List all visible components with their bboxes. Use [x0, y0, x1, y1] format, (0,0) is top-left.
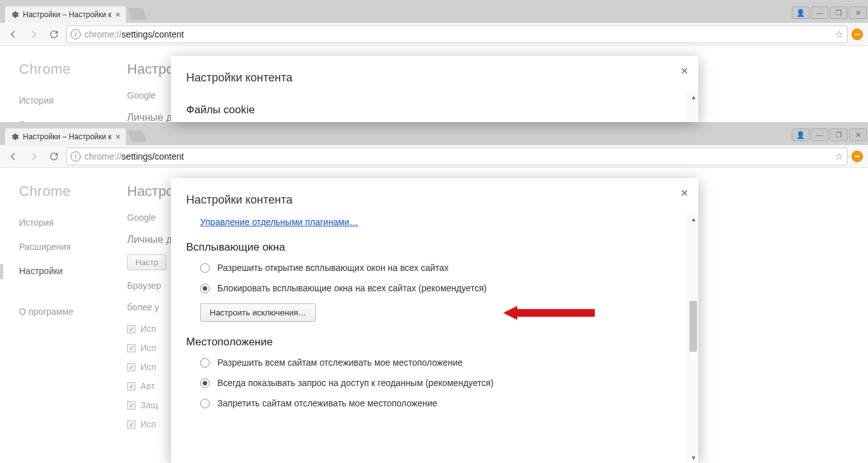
window-controls: 👤 — ❐ ✕: [792, 127, 868, 145]
minimize-button[interactable]: —: [811, 6, 829, 19]
reload-button[interactable]: [46, 148, 62, 165]
scroll-down-icon[interactable]: ▼: [688, 452, 699, 463]
popups-heading: Всплывающие окна: [186, 241, 673, 254]
cookies-heading: Файлы cookie: [186, 104, 673, 116]
location-allow-radio[interactable]: Разрешить всем сайтам отслеживать мое ме…: [200, 357, 673, 368]
radio-label: Всегда показывать запрос на доступ к гео…: [217, 378, 494, 388]
bookmark-star-icon[interactable]: ☆: [835, 151, 843, 162]
maximize-button[interactable]: ❐: [830, 128, 848, 141]
tab-title: Настройки – Настройки к: [23, 132, 112, 141]
popups-block-radio[interactable]: Блокировать всплывающие окна на всех сай…: [200, 283, 673, 293]
profile-button[interactable]: [851, 29, 863, 40]
checkbox-icon: ✓: [127, 325, 135, 333]
gear-icon: [10, 10, 19, 19]
url-text: chrome://settings/content: [85, 29, 184, 39]
bookmark-star-icon[interactable]: ☆: [835, 29, 843, 40]
chrome-logo: Chrome: [19, 61, 103, 78]
url-text: chrome://settings/content: [85, 151, 184, 162]
checkbox-icon: ✓: [127, 420, 135, 429]
content-settings-dialog: × Настройки контента Файлы cookie ▲: [171, 56, 698, 122]
gear-icon: [10, 132, 19, 141]
settings-sidebar: Chrome История Расширения Настройки О пр…: [0, 168, 114, 438]
sidebar-item-about[interactable]: О программе: [19, 307, 103, 317]
user-icon[interactable]: 👤: [792, 128, 810, 141]
location-heading: Местоположение: [186, 336, 673, 349]
back-button[interactable]: [5, 148, 22, 165]
sidebar-item-settings[interactable]: Настройки: [19, 266, 103, 276]
dialog-title: Настройки контента: [171, 56, 698, 85]
forward-button[interactable]: [25, 26, 42, 43]
reload-button[interactable]: [46, 26, 62, 43]
checkbox-icon: ✓: [127, 382, 135, 390]
site-info-icon[interactable]: i: [71, 29, 81, 39]
radio-label: Разрешить всем сайтам отслеживать мое ме…: [217, 357, 463, 368]
sidebar-item-extensions[interactable]: Расширения: [19, 242, 103, 252]
close-icon[interactable]: ×: [116, 132, 121, 141]
dialog-title: Настройки контента: [171, 178, 698, 207]
checkbox-icon: ✓: [127, 363, 135, 371]
address-bar[interactable]: i chrome://settings/content ☆: [66, 25, 848, 43]
tab-title: Настройки – Настройки к: [23, 10, 112, 19]
site-info-icon[interactable]: i: [71, 151, 81, 162]
radio-label: Блокировать всплывающие окна на всех сай…: [217, 283, 487, 293]
manage-plugins-link[interactable]: Управление отдельными плагинами…: [200, 217, 358, 227]
toolbar: i chrome://settings/content ☆: [0, 145, 868, 168]
dialog-scrollbar[interactable]: ▲ ▼: [688, 214, 698, 463]
minimize-button[interactable]: —: [811, 128, 829, 141]
radio-icon: [200, 263, 210, 273]
close-window-button[interactable]: ✕: [849, 128, 867, 141]
default-button[interactable]: Настр: [127, 254, 166, 270]
address-bar[interactable]: i chrome://settings/content ☆: [66, 148, 848, 165]
radio-icon: [200, 399, 210, 408]
scroll-thumb[interactable]: [689, 301, 697, 352]
sidebar-item-history[interactable]: История: [19, 218, 103, 228]
checkbox-icon: ✓: [127, 401, 135, 410]
popups-exceptions-button[interactable]: Настроить исключения…: [200, 303, 316, 322]
sidebar-item-history[interactable]: История: [19, 95, 103, 106]
radio-label: Запретить сайтам отслеживать мое местопо…: [217, 398, 437, 408]
window-controls: 👤 — ❐ ✕: [792, 5, 868, 23]
dialog-close-button[interactable]: ×: [681, 64, 688, 78]
back-button[interactable]: [5, 26, 22, 43]
close-window-button[interactable]: ✕: [849, 6, 867, 19]
scroll-up-icon[interactable]: ▲: [688, 214, 699, 225]
toolbar: i chrome://settings/content ☆: [0, 23, 868, 46]
new-tab-button[interactable]: [128, 8, 147, 20]
user-icon[interactable]: 👤: [792, 6, 810, 19]
maximize-button[interactable]: ❐: [830, 6, 848, 19]
profile-button[interactable]: [851, 151, 863, 162]
content-settings-dialog: × Настройки контента Управление отдельны…: [171, 178, 698, 463]
radio-icon: [200, 378, 210, 388]
new-tab-button[interactable]: [128, 130, 147, 142]
scroll-up-icon[interactable]: ▲: [688, 92, 699, 102]
dialog-close-button[interactable]: ×: [681, 186, 688, 200]
radio-label: Разрешить открытие всплывающих окон на в…: [217, 263, 449, 273]
radio-icon: [200, 358, 210, 368]
browser-tab[interactable]: Настройки – Настройки к ×: [5, 128, 126, 145]
close-icon[interactable]: ×: [116, 10, 121, 19]
tab-strip: Настройки – Настройки к × 👤 — ❐ ✕: [0, 127, 868, 145]
forward-button[interactable]: [25, 148, 42, 165]
chrome-logo: Chrome: [19, 183, 103, 200]
browser-tab[interactable]: Настройки – Настройки к ×: [5, 6, 126, 23]
location-ask-radio[interactable]: Всегда показывать запрос на доступ к гео…: [200, 378, 673, 388]
popups-allow-radio[interactable]: Разрешить открытие всплывающих окон на в…: [200, 263, 673, 273]
location-deny-radio[interactable]: Запретить сайтам отслеживать мое местопо…: [200, 398, 673, 408]
tab-strip: Настройки – Настройки к × 👤 — ❐ ✕: [0, 5, 868, 23]
radio-icon: [200, 284, 210, 293]
checkbox-icon: ✓: [127, 344, 135, 352]
dialog-scrollbar[interactable]: ▲: [688, 92, 698, 122]
